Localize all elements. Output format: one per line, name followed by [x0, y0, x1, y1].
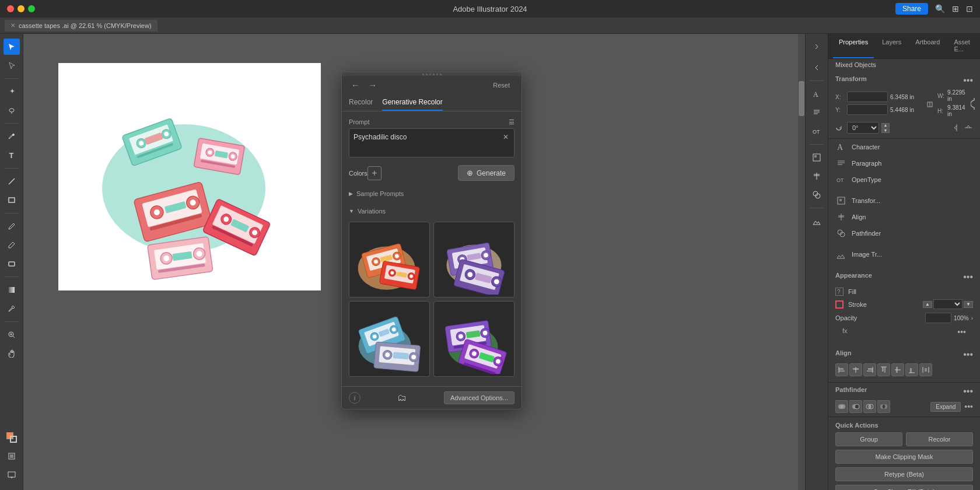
align-top-btn[interactable] — [877, 363, 890, 376]
paintbrush-tool[interactable] — [4, 218, 20, 235]
type-tool[interactable]: T — [4, 147, 20, 163]
image-trace-panel-icon[interactable] — [808, 213, 825, 229]
grid-icon[interactable]: ⊞ — [952, 4, 959, 13]
reset-button[interactable]: Reset — [488, 80, 514, 90]
gen-shape-fill-button[interactable]: Gen Shape Fill (Beta) — [835, 485, 973, 490]
eyedropper-tool[interactable] — [4, 300, 20, 317]
group-button[interactable]: Group — [835, 432, 902, 446]
stroke-box[interactable] — [835, 300, 844, 309]
pathfinder-minus-front-btn[interactable] — [849, 400, 862, 413]
drawing-mode[interactable] — [4, 448, 20, 464]
align-more-button[interactable]: ••• — [963, 349, 973, 360]
collapse-left-button[interactable] — [808, 38, 825, 55]
character-panel-icon[interactable]: A — [808, 86, 825, 102]
pathfinder-unite-btn[interactable] — [835, 400, 848, 413]
zoom-tool[interactable] — [4, 327, 20, 343]
pathfinder-exclude-btn[interactable] — [877, 400, 890, 413]
expand-button[interactable]: Expand — [930, 402, 961, 412]
properties-tab[interactable]: Properties — [833, 34, 874, 58]
redo-button[interactable]: → — [366, 79, 379, 91]
lasso-tool[interactable] — [4, 102, 20, 118]
character-panel-item[interactable]: A Character — [828, 139, 980, 155]
document-tab[interactable]: ✕ cassette tapes .ai @ 22.61 % (CMYK/Pre… — [5, 20, 158, 32]
undo-button[interactable]: ← — [349, 79, 362, 91]
rotate-down[interactable]: ▼ — [881, 128, 890, 133]
pathfinder-panel-item[interactable]: Pathfinder — [828, 225, 980, 242]
artboard-tab[interactable]: Artboard — [909, 34, 946, 58]
image-trace-panel-item[interactable]: Image Tr... — [828, 246, 980, 262]
gradient-tool[interactable] — [4, 282, 20, 298]
add-color-button[interactable]: + — [368, 166, 382, 180]
screen-mode[interactable] — [4, 467, 20, 483]
retype-button[interactable]: Retype (Beta) — [835, 467, 973, 481]
variation-3[interactable] — [349, 301, 430, 377]
align-left-btn[interactable] — [835, 363, 848, 376]
variation-2[interactable] — [433, 222, 514, 298]
advanced-options-button[interactable]: Advanced Options... — [444, 391, 514, 404]
variation-1[interactable] — [349, 222, 430, 298]
minimize-button[interactable] — [18, 5, 24, 12]
prompt-clear-button[interactable]: ✕ — [501, 132, 511, 142]
fx-more-button[interactable]: ••• — [957, 327, 966, 337]
variations-toggle[interactable]: ▼ Variations — [349, 205, 514, 217]
y-input[interactable] — [847, 104, 888, 115]
opacity-arrow[interactable]: › — [971, 315, 973, 321]
paragraph-panel-item[interactable]: Paragraph — [828, 155, 980, 172]
appearance-more-button[interactable]: ••• — [963, 272, 973, 282]
pencil-tool[interactable] — [4, 237, 20, 253]
pen-tool[interactable] — [4, 128, 20, 145]
stroke-down-button[interactable]: ▼ — [964, 301, 973, 308]
transform-panel-item[interactable]: Transfor... — [828, 192, 980, 209]
close-button[interactable] — [7, 5, 14, 12]
generate-button[interactable]: ⊕ Generate — [458, 165, 514, 181]
flip-horizontal-icon[interactable] — [952, 123, 961, 132]
constrain-proportions-icon[interactable] — [971, 97, 978, 111]
transform-more-button[interactable]: ••• — [963, 75, 973, 86]
variation-4[interactable] — [433, 301, 514, 377]
align-center-h-btn[interactable] — [849, 363, 862, 376]
vertical-scrollbar[interactable] — [798, 34, 805, 490]
hand-tool[interactable] — [4, 345, 20, 362]
align-middle-v-btn[interactable] — [891, 363, 904, 376]
opacity-input[interactable] — [925, 313, 951, 323]
align-bottom-btn[interactable] — [905, 363, 918, 376]
align-panel-item[interactable]: Align — [828, 209, 980, 225]
asset-export-tab[interactable]: Asset E... — [948, 34, 976, 58]
distribute-left-btn[interactable] — [919, 363, 932, 376]
info-button[interactable]: i — [349, 392, 360, 404]
window-icon[interactable]: ⊡ — [966, 4, 973, 13]
prompt-input[interactable] — [349, 128, 514, 158]
flip-vertical-icon[interactable] — [964, 123, 973, 132]
expand-right-button[interactable] — [808, 60, 825, 76]
magic-wand-tool[interactable] — [4, 83, 20, 100]
stroke-up-button[interactable]: ▲ — [923, 301, 932, 308]
search-icon[interactable]: 🔍 — [935, 4, 945, 13]
eraser-tool[interactable] — [4, 256, 20, 272]
stroke-width-select[interactable] — [933, 299, 963, 309]
tab-recolor[interactable]: Recolor — [349, 94, 373, 111]
rectangle-tool[interactable] — [4, 192, 20, 208]
x-input[interactable] — [847, 92, 888, 102]
selection-tool[interactable] — [4, 38, 20, 55]
line-tool[interactable] — [4, 173, 20, 190]
share-button[interactable]: Share — [895, 3, 928, 15]
pathfinder-panel-icon[interactable] — [808, 187, 825, 203]
clipping-mask-button[interactable]: Make Clipping Mask — [835, 450, 973, 464]
rotate-up[interactable]: ▲ — [881, 123, 890, 128]
folder-button[interactable]: 🗂 — [397, 393, 407, 403]
tab-close-icon[interactable]: ✕ — [10, 22, 15, 29]
recolor-button[interactable]: Recolor — [906, 432, 973, 446]
rotate-select[interactable]: 0° 45° 90° — [847, 122, 879, 134]
pathfinder-intersect-btn[interactable] — [863, 400, 876, 413]
fullscreen-button[interactable] — [28, 5, 35, 12]
layers-tab[interactable]: Layers — [876, 34, 907, 58]
pathfinder-more-button[interactable]: ••• — [963, 386, 973, 397]
opentype-panel-item[interactable]: OT OpenType — [828, 172, 980, 188]
sample-prompts-toggle[interactable]: ▶ Sample Prompts — [349, 187, 514, 201]
paragraph-panel-icon[interactable] — [808, 104, 825, 121]
fill-stroke-indicator[interactable] — [4, 429, 20, 446]
more-tools[interactable]: ••• — [4, 485, 20, 490]
align-panel-icon[interactable] — [808, 168, 825, 184]
tab-generative-recolor[interactable]: Generative Recolor — [382, 94, 442, 111]
opentype-panel-icon[interactable]: OT — [808, 123, 825, 139]
